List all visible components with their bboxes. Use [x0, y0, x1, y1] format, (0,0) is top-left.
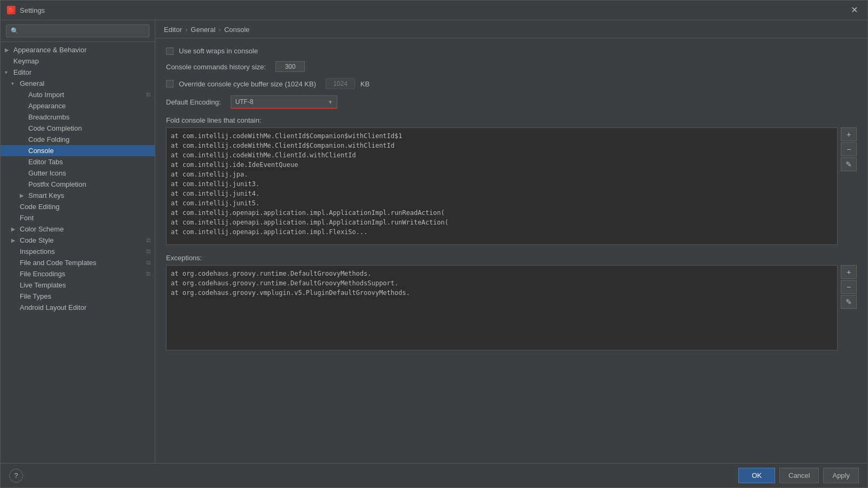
action-buttons: OK Cancel Apply [738, 468, 859, 483]
expand-icon: ▶ [11, 226, 18, 232]
fold-section-label: Fold console lines that contain: [166, 116, 857, 124]
sidebar-item-label: Android Layout Editor [20, 303, 86, 311]
soft-wrap-row: Use soft wraps in console [166, 47, 857, 55]
fold-add-button[interactable]: + [841, 127, 857, 141]
sidebar-item-code-folding[interactable]: Code Folding [1, 134, 155, 145]
copy-icon: ⧉ [146, 237, 151, 244]
help-button[interactable]: ? [9, 469, 23, 483]
apply-button[interactable]: Apply [823, 468, 859, 483]
sidebar-tree: ▶ Appearance & Behavior Keymap ▾ Editor … [1, 42, 155, 463]
breadcrumb-console: Console [224, 26, 250, 34]
sidebar-item-console[interactable]: Console [1, 145, 155, 156]
sidebar-item-editor-tabs[interactable]: Editor Tabs [1, 156, 155, 167]
title-bar: 🔴 Settings ✕ [1, 1, 867, 20]
sidebar-item-label: Code Editing [20, 203, 59, 211]
buffer-size-input[interactable] [326, 78, 355, 89]
content-area: ▶ Appearance & Behavior Keymap ▾ Editor … [1, 20, 867, 463]
sidebar-item-file-code-templates[interactable]: File and Code Templates ⧉ [1, 257, 155, 268]
sidebar-item-label: General [20, 79, 44, 87]
settings-panel: Use soft wraps in console Console comman… [155, 38, 867, 463]
kb-label: KB [360, 80, 369, 88]
expand-icon: ▶ [11, 237, 18, 243]
fold-lines-textarea[interactable]: at com.intellij.codeWithMe.ClientId$Comp… [166, 127, 838, 245]
sidebar-item-label: Appearance [28, 102, 66, 110]
sidebar-item-color-scheme[interactable]: ▶ Color Scheme [1, 223, 155, 235]
buffer-row: Override console cycle buffer size (1024… [166, 78, 857, 89]
sidebar-item-general[interactable]: ▾ General [1, 78, 155, 89]
sidebar-item-label: Editor Tabs [28, 158, 63, 166]
encoding-row: Default Encoding: UTF-8 UTF-16 ISO-8859-… [166, 95, 857, 109]
dialog-title: Settings [20, 6, 45, 14]
expand-icon: ▾ [5, 69, 11, 75]
buffer-checkbox[interactable] [166, 80, 173, 87]
sidebar-item-keymap[interactable]: Keymap [1, 55, 155, 67]
sidebar-item-label: Keymap [13, 57, 39, 65]
history-size-input[interactable] [275, 61, 305, 72]
search-box [1, 20, 155, 42]
sidebar-item-label: Code Completion [28, 124, 82, 132]
expand-icon: ▾ [11, 81, 18, 86]
title-bar-left: 🔴 Settings [7, 6, 45, 14]
fold-edit-button[interactable]: ✎ [841, 157, 857, 171]
exceptions-textarea-buttons: + − ✎ [841, 265, 857, 309]
history-label: Console commands history size: [166, 63, 266, 71]
sidebar-item-label: Code Style [20, 236, 54, 244]
exceptions-container: at org.codehaus.groovy.runtime.DefaultGr… [166, 265, 857, 352]
breadcrumb-sep1: › [185, 26, 187, 34]
bottom-bar: ? OK Cancel Apply [1, 463, 867, 487]
sidebar-item-appearance-behavior[interactable]: ▶ Appearance & Behavior [1, 44, 155, 55]
sidebar-item-smart-keys[interactable]: ▶ Smart Keys [1, 190, 155, 201]
breadcrumb: Editor › General › Console [155, 20, 867, 38]
sidebar-item-code-editing[interactable]: Code Editing [1, 201, 155, 212]
sidebar-item-inspections[interactable]: Inspections ⧉ [1, 246, 155, 257]
sidebar-item-label: File Encodings [20, 270, 65, 278]
breadcrumb-sep2: › [219, 26, 221, 34]
sidebar-item-label: Postfix Completion [28, 180, 86, 188]
app-icon: 🔴 [7, 6, 15, 14]
main-content: Editor › General › Console Use soft wrap… [155, 20, 867, 463]
sidebar-item-label: Gutter Icons [28, 169, 66, 177]
close-button[interactable]: ✕ [848, 5, 861, 15]
sidebar-item-file-encodings[interactable]: File Encodings ⧉ [1, 268, 155, 279]
sidebar-item-font[interactable]: Font [1, 212, 155, 223]
sidebar-item-code-style[interactable]: ▶ Code Style ⧉ [1, 235, 155, 246]
sidebar-item-editor[interactable]: ▾ Editor [1, 67, 155, 78]
expand-icon: ▶ [20, 193, 26, 198]
sidebar-item-android-layout-editor[interactable]: Android Layout Editor [1, 302, 155, 313]
copy-icon: ⧉ [146, 248, 151, 255]
soft-wrap-label: Use soft wraps in console [179, 47, 258, 55]
encoding-label: Default Encoding: [166, 98, 221, 106]
sidebar-item-label: File and Code Templates [20, 259, 97, 267]
sidebar-item-label: Console [28, 147, 54, 155]
sidebar-item-label: Code Folding [28, 135, 69, 143]
exceptions-textarea[interactable]: at org.codehaus.groovy.runtime.DefaultGr… [166, 265, 838, 350]
search-input[interactable] [6, 25, 149, 37]
sidebar-item-appearance[interactable]: Appearance [1, 100, 155, 111]
sidebar-item-breadcrumbs[interactable]: Breadcrumbs [1, 111, 155, 123]
soft-wrap-checkbox[interactable] [166, 47, 173, 55]
exceptions-edit-button[interactable]: ✎ [841, 295, 857, 309]
sidebar-item-label: Live Templates [20, 281, 66, 289]
exceptions-add-button[interactable]: + [841, 265, 857, 279]
sidebar-item-label: Breadcrumbs [28, 113, 69, 121]
sidebar-item-postfix-completion[interactable]: Postfix Completion [1, 179, 155, 190]
fold-remove-button[interactable]: − [841, 142, 857, 156]
buffer-label: Override console cycle buffer size (1024… [179, 80, 316, 88]
cancel-button[interactable]: Cancel [779, 468, 819, 483]
exceptions-remove-button[interactable]: − [841, 280, 857, 294]
sidebar-item-auto-import[interactable]: Auto Import ⧉ [1, 89, 155, 100]
encoding-select[interactable]: UTF-8 UTF-16 ISO-8859-1 US-ASCII [231, 95, 337, 109]
sidebar-item-label: Smart Keys [28, 191, 64, 199]
encoding-select-wrapper: UTF-8 UTF-16 ISO-8859-1 US-ASCII ▼ [231, 95, 337, 109]
copy-icon: ⧉ [146, 270, 151, 277]
sidebar-item-label: Appearance & Behavior [13, 46, 86, 54]
sidebar-item-code-completion[interactable]: Code Completion [1, 123, 155, 134]
ok-button[interactable]: OK [738, 468, 775, 483]
sidebar-item-file-types[interactable]: File Types [1, 291, 155, 302]
sidebar-item-live-templates[interactable]: Live Templates [1, 279, 155, 291]
breadcrumb-general: General [191, 26, 215, 34]
sidebar-item-label: Font [20, 214, 34, 222]
sidebar-item-gutter-icons[interactable]: Gutter Icons [1, 167, 155, 179]
expand-icon: ▶ [5, 47, 11, 53]
copy-icon: ⧉ [146, 91, 151, 98]
